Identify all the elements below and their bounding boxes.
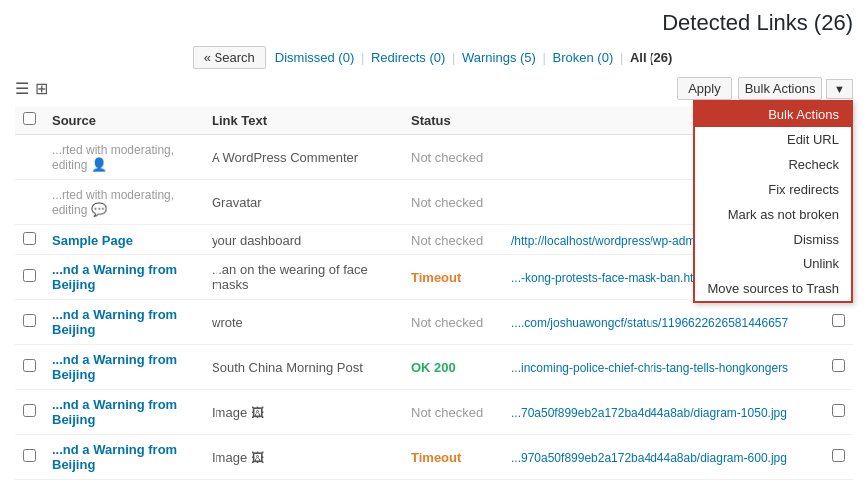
table-row: ...nd a Warning from BeijingSouth China …: [15, 345, 853, 390]
status-cell: Not checked: [403, 135, 503, 180]
url-link[interactable]: ...70a50f899eb2a172ba4d44a8ab/diagram-10…: [511, 406, 787, 420]
source-text: ...rted with moderating, editing: [52, 143, 174, 172]
table-row: ...nd a Warning from BeijingwroteNot che…: [15, 300, 853, 345]
apply-button[interactable]: Apply: [677, 77, 732, 100]
filter-broken[interactable]: Broken (0): [553, 50, 614, 65]
row-checkbox[interactable]: [23, 269, 36, 282]
status-cell: Timeout: [403, 255, 503, 300]
url-cell: ...70a50f899eb2a172ba4d44a8ab/diagram-10…: [503, 390, 824, 435]
status-cell: Not checked: [403, 390, 503, 435]
url-cell: ...970a50f899eb2a172ba4d44a8ab/diagram-6…: [503, 435, 824, 480]
link-text: Gravatar: [204, 180, 403, 225]
status-badge: Timeout: [411, 270, 461, 285]
link-text: your dashboard: [204, 225, 403, 255]
page-title: Detected Links (26): [15, 10, 853, 36]
link-text: Image 🖼: [204, 390, 403, 435]
source-link[interactable]: ...nd a Warning from Beijing: [52, 352, 177, 382]
filter-redirects[interactable]: Redirects (0): [371, 50, 445, 65]
link-text: Image 🖼: [204, 435, 403, 480]
dropdown-item-dismiss[interactable]: Dismiss: [695, 227, 851, 252]
row-checkbox[interactable]: [23, 359, 36, 372]
source-link[interactable]: ...nd a Warning from Beijing: [52, 442, 177, 472]
row-checkbox[interactable]: [23, 404, 36, 417]
status-badge: Not checked: [411, 405, 483, 420]
chat-icon: 💬: [91, 202, 107, 217]
status-cell: Not checked: [403, 180, 503, 225]
status-badge: Not checked: [411, 195, 483, 210]
bulk-actions-select[interactable]: Bulk Actions: [738, 77, 823, 100]
icon-bar: ☰ ⊞: [15, 79, 48, 98]
person-icon: 👤: [91, 157, 107, 172]
url-link[interactable]: ....com/joshuawongcf/status/119662262658…: [511, 316, 788, 330]
select-all-checkbox[interactable]: [23, 112, 36, 125]
source-link[interactable]: ...nd a Warning from Beijing: [52, 397, 177, 427]
table-row: ...nd a Warning from BeijingImage 🖼Timeo…: [15, 435, 853, 480]
col-header-source: Source: [44, 106, 204, 135]
filter-links: Dismissed (0) | Redirects (0) | Warnings…: [272, 50, 675, 65]
status-badge: Not checked: [411, 150, 483, 165]
link-text: A WordPress Commenter: [204, 135, 403, 180]
source-link[interactable]: ...nd a Warning from Beijing: [52, 262, 177, 292]
dropdown-item-unlink[interactable]: Unlink: [695, 252, 851, 276]
layout-grid-icon[interactable]: ⊞: [35, 79, 48, 98]
dropdown-item-move-trash[interactable]: Move sources to Trash: [695, 276, 851, 301]
filter-dismissed[interactable]: Dismissed (0): [275, 50, 354, 65]
row-checkbox-end[interactable]: [832, 404, 845, 417]
status-badge: Not checked: [411, 233, 483, 248]
dropdown-item-recheck[interactable]: Recheck: [695, 152, 851, 177]
toolbar-row: ☰ ⊞ Apply Bulk Actions ▼ Bulk Actions Ed…: [15, 77, 853, 100]
status-cell: Not checked: [403, 225, 503, 255]
url-link[interactable]: ...970a50f899eb2a172ba4d44a8ab/diagram-6…: [511, 451, 787, 465]
url-link[interactable]: /http://localhost/wordpress/wp-admin: [511, 234, 705, 248]
row-checkbox-end[interactable]: [832, 314, 845, 327]
url-link[interactable]: ...incoming-police-chief-chris-tang-tell…: [511, 361, 788, 375]
col-header-status: Status: [403, 106, 503, 135]
filter-all[interactable]: All (26): [630, 50, 672, 65]
table-row: ...nd a Warning from BeijingImage 🖼Not c…: [15, 390, 853, 435]
search-button[interactable]: « Search: [193, 46, 266, 69]
dropdown-item-edit-url[interactable]: Edit URL: [695, 127, 851, 152]
source-link[interactable]: Sample Page: [52, 233, 133, 248]
row-checkbox[interactable]: [23, 449, 36, 462]
row-checkbox[interactable]: [23, 232, 36, 245]
source-link[interactable]: ...nd a Warning from Beijing: [52, 307, 177, 337]
dropdown-item-bulk-actions[interactable]: Bulk Actions: [695, 102, 851, 127]
filter-warnings[interactable]: Warnings (5): [462, 50, 536, 65]
col-header-linktext: Link Text: [204, 106, 403, 135]
row-checkbox[interactable]: [23, 314, 36, 327]
bulk-actions-arrow[interactable]: ▼: [826, 79, 853, 99]
source-text: ...rted with moderating, editing: [52, 188, 174, 217]
bulk-actions-dropdown: Bulk Actions ▼ Bulk Actions Edit URL Rec…: [738, 77, 853, 100]
dropdown-item-fix-redirects[interactable]: Fix redirects: [695, 177, 851, 202]
row-checkbox-end[interactable]: [832, 449, 845, 462]
layout-list-icon[interactable]: ☰: [15, 79, 29, 98]
link-text: South China Morning Post: [204, 345, 403, 390]
dropdown-item-mark-not-broken[interactable]: Mark as not broken: [695, 202, 851, 227]
status-badge: Timeout: [411, 450, 461, 465]
filter-bar: « Search Dismissed (0) | Redirects (0) |…: [15, 46, 853, 69]
url-cell: ...incoming-police-chief-chris-tang-tell…: [503, 345, 824, 390]
status-cell: Timeout: [403, 435, 503, 480]
bulk-actions-menu: Bulk Actions Edit URL Recheck Fix redire…: [693, 100, 853, 303]
url-cell: ....com/joshuawongcf/status/119662262658…: [503, 300, 824, 345]
status-badge: Not checked: [411, 315, 483, 330]
row-checkbox-end[interactable]: [832, 359, 845, 372]
link-text: wrote: [204, 300, 403, 345]
status-cell: OK 200: [403, 345, 503, 390]
link-text: ...an on the wearing of face masks: [204, 255, 403, 300]
status-cell: Not checked: [403, 300, 503, 345]
status-badge: OK 200: [411, 360, 456, 375]
